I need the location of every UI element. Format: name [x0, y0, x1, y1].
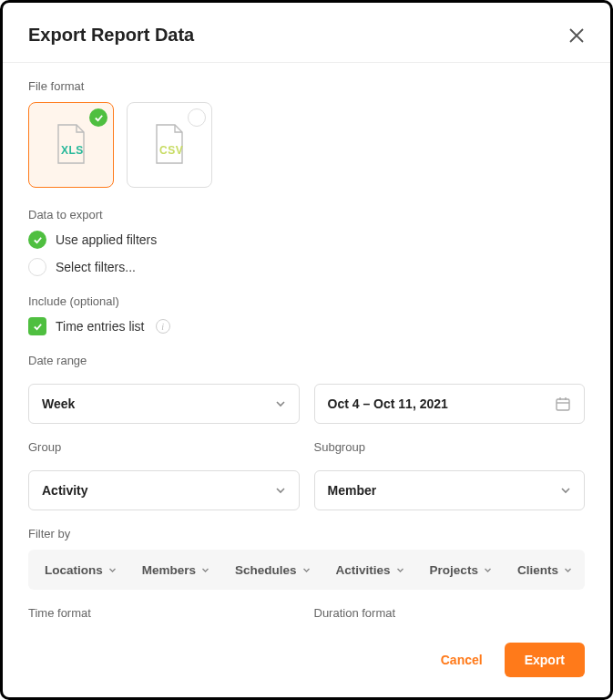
- date-range-picker[interactable]: Oct 4 – Oct 11, 2021: [314, 384, 586, 424]
- check-circle-icon: [89, 108, 107, 127]
- chevron-down-icon: [201, 566, 209, 574]
- export-button[interactable]: Export: [505, 643, 585, 677]
- radio-label: Select filters...: [56, 260, 136, 274]
- cancel-button[interactable]: Cancel: [426, 643, 497, 676]
- svg-text:CSV: CSV: [159, 144, 183, 157]
- file-csv-icon: CSV: [151, 123, 188, 167]
- chevron-down-icon: [275, 398, 286, 409]
- date-range-spacer: [314, 354, 586, 367]
- checkbox-time-entries[interactable]: Time entries list i: [28, 317, 585, 335]
- filter-chip-clients[interactable]: Clients: [508, 558, 581, 582]
- filter-bar: Locations Members Schedules Activities P…: [28, 550, 585, 590]
- svg-text:XLS: XLS: [61, 144, 84, 157]
- radio-select-filters[interactable]: Select filters...: [28, 258, 585, 276]
- radio-unchecked-icon: [28, 258, 46, 276]
- group-label: Group: [28, 440, 300, 454]
- radio-unchecked-icon: [188, 108, 206, 127]
- subgroup-select[interactable]: Member: [314, 470, 586, 510]
- time-format-label: Time format: [28, 606, 300, 620]
- subgroup-label: Subgroup: [314, 440, 586, 454]
- chevron-down-icon: [560, 485, 571, 496]
- filter-chip-projects[interactable]: Projects: [421, 558, 501, 582]
- date-range-text: Oct 4 – Oct 11, 2021: [328, 396, 448, 411]
- svg-rect-2: [557, 399, 569, 410]
- calendar-icon: [555, 396, 571, 412]
- select-value: Member: [328, 483, 377, 498]
- chevron-down-icon: [108, 566, 117, 574]
- date-range-preset-select[interactable]: Week: [28, 384, 300, 424]
- filter-chip-activities[interactable]: Activities: [327, 558, 414, 582]
- filter-chip-label: Schedules: [235, 563, 297, 577]
- date-range-label: Date range: [28, 354, 300, 367]
- filter-chip-label: Activities: [336, 563, 391, 577]
- include-label: Include (optional): [28, 294, 585, 308]
- data-to-export-label: Data to export: [28, 208, 585, 221]
- checkbox-checked-icon: [28, 317, 46, 335]
- file-format-label: File format: [28, 79, 585, 93]
- checkbox-label: Time entries list: [56, 319, 145, 334]
- chevron-down-icon: [275, 485, 286, 496]
- filter-chip-label: Projects: [430, 563, 478, 577]
- dialog-title: Export Report Data: [28, 25, 194, 46]
- filter-by-label: Filter by: [28, 527, 585, 540]
- file-xls-icon: XLS: [53, 123, 89, 167]
- filter-chip-label: Members: [142, 563, 196, 577]
- radio-label: Use applied filters: [56, 232, 157, 247]
- filter-chip-members[interactable]: Members: [133, 558, 219, 582]
- info-icon[interactable]: i: [156, 319, 170, 334]
- format-option-csv[interactable]: CSV: [127, 102, 212, 188]
- filter-chip-label: Locations: [45, 563, 103, 577]
- filter-chip-locations[interactable]: Locations: [36, 558, 126, 582]
- group-select[interactable]: Activity: [28, 470, 300, 510]
- duration-format-label: Duration format: [314, 606, 586, 620]
- filter-chip-label: Clients: [517, 563, 558, 577]
- close-icon[interactable]: [568, 27, 585, 44]
- format-option-xls[interactable]: XLS: [28, 102, 114, 188]
- filter-chip-schedules[interactable]: Schedules: [226, 558, 320, 582]
- chevron-down-icon: [396, 566, 404, 574]
- select-value: Week: [42, 396, 75, 411]
- radio-use-applied-filters[interactable]: Use applied filters: [28, 231, 585, 249]
- radio-checked-icon: [28, 231, 46, 249]
- chevron-down-icon: [564, 566, 572, 574]
- select-value: Activity: [42, 483, 88, 498]
- chevron-down-icon: [484, 566, 492, 574]
- chevron-down-icon: [302, 566, 311, 574]
